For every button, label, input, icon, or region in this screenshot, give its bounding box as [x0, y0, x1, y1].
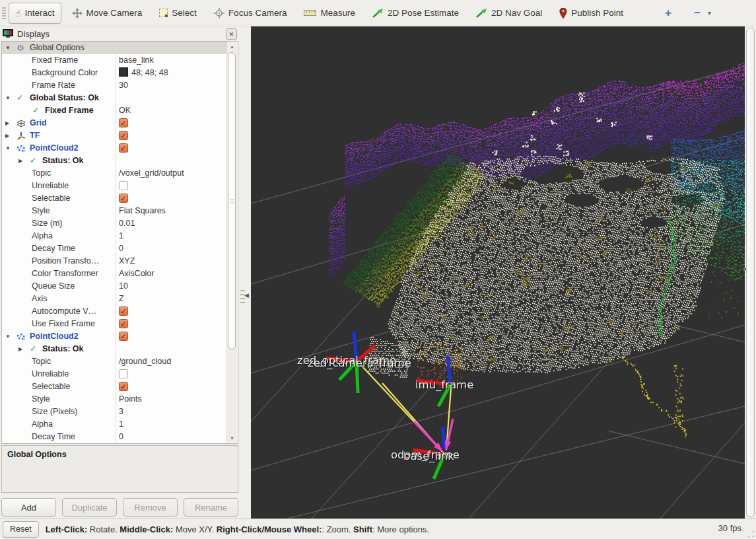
expander-open-icon[interactable]: ▼	[5, 330, 11, 343]
remove-button[interactable]: Remove	[123, 498, 178, 517]
value-alpha[interactable]: 1	[119, 418, 123, 431]
tree-column-divider[interactable]	[116, 42, 116, 443]
rviz-window: ☝InteractMove CameraSelectFocus CameraMe…	[0, 0, 756, 539]
value-alpha[interactable]: 1	[119, 230, 123, 242]
add-tool-button[interactable]: +	[660, 3, 676, 24]
value-frame-rate[interactable]: 30	[119, 79, 128, 92]
add-button[interactable]: Add	[1, 498, 56, 517]
value-size-pixels[interactable]: 3	[119, 406, 123, 418]
2d-nav-goal-button[interactable]: 2D Nav Goal	[469, 3, 549, 24]
duplicate-button[interactable]: Duplicate	[62, 498, 117, 517]
reset-button[interactable]: Reset	[3, 521, 39, 538]
tree-label-topic: Topic	[32, 167, 51, 180]
expander-open-icon[interactable]: ▼	[5, 42, 11, 54]
tree-scrollbar[interactable]: ▲ ▼	[226, 42, 237, 443]
toolbar: ☝InteractMove CameraSelectFocus CameraMe…	[0, 0, 756, 26]
value-decay-time[interactable]: 0	[119, 431, 123, 443]
remove-tool-button[interactable]: −	[689, 3, 705, 24]
value-axis[interactable]: Z	[119, 293, 124, 305]
value-topic[interactable]: /ground_cloud	[119, 355, 171, 368]
checkbox-use-fixed-frame[interactable]: ✓	[119, 319, 128, 328]
select-button[interactable]: Select	[153, 3, 203, 24]
check-icon: ✓	[30, 343, 36, 355]
fps-counter: 30 fps	[718, 523, 741, 533]
render-canvas[interactable]	[251, 26, 745, 519]
expander-closed-icon[interactable]: ▶	[18, 155, 22, 167]
expander-closed-icon[interactable]: ▶	[5, 129, 9, 142]
checkbox-unreliable[interactable]	[119, 181, 128, 190]
pointcloud-icon	[17, 333, 26, 341]
checkbox-autocompute-v[interactable]: ✓	[119, 306, 128, 316]
expander-open-icon[interactable]: ▼	[5, 142, 11, 155]
value-use-fixed-frame: ✓	[119, 318, 128, 328]
publish-point-label: Publish Point	[571, 8, 623, 18]
checkbox-selectable[interactable]: ✓	[119, 382, 128, 391]
value-color-transformer[interactable]: AxisColor	[119, 268, 155, 280]
hand-icon: ☝	[15, 9, 21, 18]
gear-icon: ⚙	[17, 44, 24, 52]
2d-pose-estimate-label: 2D Pose Estimate	[388, 8, 459, 18]
expander-closed-icon[interactable]: ▶	[5, 117, 9, 129]
tree-label-color-transformer: Color Transformer	[32, 268, 98, 280]
collapse-left-icon[interactable]: ◀	[244, 292, 249, 299]
value-size-m[interactable]: 0.01	[119, 217, 135, 230]
focus-camera-label: Focus Camera	[228, 8, 287, 18]
toolbar-drag-handle[interactable]	[2, 7, 6, 19]
tree-label-unreliable: Unreliable	[32, 180, 69, 192]
value-selectable: ✓	[119, 380, 128, 391]
checkbox-tf[interactable]: ✓	[119, 131, 128, 140]
tree-label-alpha: Alpha	[32, 418, 53, 431]
tree-label-status-ok: Status: Ok	[42, 155, 84, 167]
value-topic[interactable]: /voxel_grid/output	[119, 167, 184, 180]
value-unreliable	[119, 180, 128, 190]
right-splitter[interactable]	[746, 28, 755, 517]
3d-viewport[interactable]: zed_optical_frame zed_camera_frame imu_f…	[251, 26, 745, 519]
value-position-transfo[interactable]: XYZ	[119, 255, 135, 268]
2d-nav-goal-label: 2D Nav Goal	[491, 8, 542, 18]
chevron-down-icon[interactable]: ▾	[708, 9, 711, 17]
value-grid: ✓	[119, 117, 128, 127]
value-style[interactable]: Flat Squares	[119, 205, 166, 217]
focus-camera-button[interactable]: Focus Camera	[207, 3, 294, 24]
value-queue-size[interactable]: 10	[119, 280, 128, 293]
checkbox-grid[interactable]: ✓	[119, 118, 128, 127]
displays-monitor-icon	[3, 29, 13, 38]
value-unreliable	[119, 368, 128, 378]
checkbox-pointcloud2[interactable]: ✓	[119, 332, 128, 341]
value-fixed-frame[interactable]: base_link	[119, 54, 154, 67]
value-tf: ✓	[119, 129, 128, 140]
tree-label-global-status-ok: Global Status: Ok	[30, 92, 99, 104]
tree-label-decay-time: Decay Time	[32, 431, 75, 443]
value-selectable: ✓	[119, 192, 128, 203]
checkbox-selectable[interactable]: ✓	[119, 194, 128, 203]
interact-button[interactable]: ☝Interact	[9, 3, 61, 24]
value-decay-time[interactable]: 0	[119, 242, 123, 255]
move-arrows-icon	[72, 8, 83, 18]
tf-label-imu-frame: imu_frame	[415, 378, 473, 391]
selection-box-icon	[159, 9, 168, 17]
displays-panel-titlebar[interactable]: Displays ✕	[0, 26, 240, 41]
value-background-color[interactable]: 48; 48; 48	[119, 67, 168, 79]
rename-button[interactable]: Rename	[184, 498, 238, 517]
scroll-down-icon[interactable]: ▼	[227, 434, 237, 443]
measure-button[interactable]: Measure	[297, 3, 362, 24]
checkbox-pointcloud2[interactable]: ✓	[119, 143, 128, 153]
tree-scrollbar-thumb[interactable]	[228, 52, 236, 349]
2d-pose-estimate-button[interactable]: 2D Pose Estimate	[366, 3, 465, 24]
expander-open-icon[interactable]: ▼	[5, 92, 11, 104]
scroll-up-icon[interactable]: ▲	[227, 42, 237, 51]
tree-label-alpha: Alpha	[32, 230, 53, 242]
color-swatch	[119, 67, 128, 77]
resize-grip[interactable]	[747, 530, 755, 538]
publish-point-button[interactable]: Publish Point	[553, 3, 630, 24]
tree-label-pointcloud2: PointCloud2	[30, 142, 79, 155]
close-icon[interactable]: ✕	[226, 28, 237, 40]
left-splitter[interactable]: ◀	[240, 26, 251, 519]
pointcloud-icon	[17, 145, 26, 153]
displays-panel: Displays ✕ ▼⚙Global OptionsFixed Frameba…	[0, 26, 240, 519]
move-camera-button[interactable]: Move Camera	[65, 3, 149, 24]
checkbox-unreliable[interactable]	[119, 369, 128, 378]
value-style[interactable]: Points	[119, 393, 142, 406]
expander-closed-icon[interactable]: ▶	[18, 343, 22, 355]
value-fixed-frame[interactable]: OK	[119, 104, 131, 117]
